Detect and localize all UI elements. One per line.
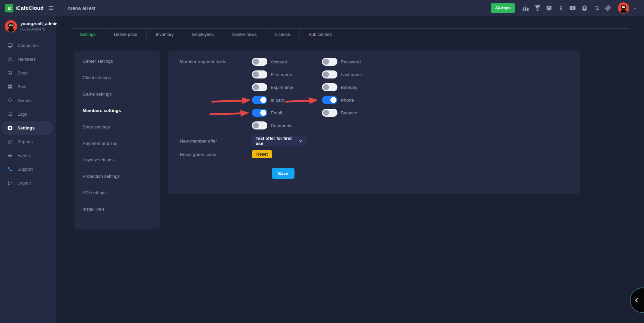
icafecloud-logo-icon: i2	[5, 4, 13, 12]
sidebar-user-avatar	[5, 20, 17, 33]
sidebar-item-support[interactable]: Support	[0, 162, 56, 176]
facebook-icon[interactable]	[556, 4, 565, 12]
submenu-loyalty-settings[interactable]: Loyalty settings	[74, 152, 160, 168]
email-toggle[interactable]	[252, 109, 267, 117]
submenu-label: Protection settings	[83, 174, 120, 179]
save-button[interactable]: Save	[272, 168, 294, 179]
sidebar-item-members[interactable]: Members	[0, 52, 56, 66]
ranking-icon[interactable]	[521, 4, 530, 12]
toggle-row-last-name: Last name	[322, 70, 362, 78]
toggle-row-expire-time: Expire time	[252, 83, 322, 91]
sidebar-item-label: Logs	[17, 112, 27, 117]
toggle-label: Last name	[341, 72, 362, 77]
page-title: Arena aiTest	[67, 5, 95, 11]
submenu-label: Loyalty settings	[83, 157, 114, 162]
sidebar-item-label: Games	[17, 98, 32, 103]
reset-button[interactable]: Reset	[252, 150, 272, 158]
tab-inventory[interactable]: Inventory	[147, 29, 183, 40]
license-days-badge[interactable]: 24 days	[491, 3, 515, 13]
submenu-api-settings[interactable]: API settings	[74, 184, 160, 201]
events-icon	[7, 153, 13, 158]
tab-sub-centers[interactable]: Sub centers	[300, 29, 341, 40]
balance-toggle[interactable]	[322, 109, 337, 117]
games-icon	[7, 98, 13, 103]
hamburger-menu-icon[interactable]	[48, 5, 54, 11]
submenu-label: Payment and Tax	[83, 141, 117, 146]
submenu-center-settings[interactable]: Center settings	[74, 53, 160, 69]
expire-time-toggle[interactable]	[252, 83, 267, 91]
chevron-down-icon[interactable]	[633, 6, 637, 10]
topbar: i2 iCafeCloud Arena aiTest 24 days	[0, 0, 644, 16]
sidebar-item-label: Reports	[17, 139, 33, 144]
topbar-right: 24 days	[491, 2, 644, 14]
sidebar-item-boot[interactable]: Boot	[0, 80, 56, 94]
reset-game-coins-label: Reset game coins	[180, 152, 252, 157]
tab-center-news[interactable]: Center news	[223, 29, 266, 40]
tab-settings[interactable]: Settings	[71, 29, 105, 40]
discord-icon[interactable]	[545, 4, 553, 12]
user-avatar[interactable]	[618, 2, 629, 14]
toggle-row-email: Email	[252, 109, 322, 117]
sidebar-item-label: Shop	[17, 70, 28, 75]
toggle-row-phone: Phone	[322, 96, 362, 104]
last-name-toggle[interactable]	[322, 70, 337, 78]
collapse-panel-button[interactable]	[630, 287, 644, 313]
sidebar-item-logs[interactable]: Logs	[0, 107, 56, 121]
icafecloud-mark-icon[interactable]	[592, 4, 600, 12]
submenu-shop-settings[interactable]: Shop settings	[74, 119, 160, 135]
youtube-icon[interactable]	[568, 4, 577, 12]
sidebar-item-events[interactable]: Events	[0, 149, 56, 162]
tab-label: Settings	[80, 32, 96, 37]
tab-label: Inventory	[156, 32, 173, 37]
tab-define-price[interactable]: Define price	[105, 29, 147, 40]
submenu-label: Game settings	[83, 92, 112, 97]
submenu-game-settings[interactable]: Game settings	[74, 86, 160, 102]
tab-license[interactable]: License	[266, 29, 300, 40]
sidebar-item-reports[interactable]: Reports	[0, 135, 56, 149]
first-name-toggle[interactable]	[252, 70, 267, 78]
submenu-label: API settings	[83, 190, 107, 195]
toggle-label: Email	[271, 110, 282, 115]
submenu-protection-settings[interactable]: Protection settings	[74, 168, 160, 184]
toggle-label: Comments	[271, 123, 292, 128]
sidebar-item-label: Settings	[17, 125, 35, 130]
account-toggle[interactable]	[252, 58, 267, 66]
settings-submenu: Center settings Client settings Game set…	[74, 51, 160, 229]
toggle-row-password: Password	[322, 58, 362, 66]
birthday-toggle[interactable]	[322, 83, 337, 91]
settings-icon	[7, 125, 13, 131]
submenu-client-settings[interactable]: Client settings	[74, 69, 160, 86]
toggle-label: Account	[271, 59, 287, 64]
submenu-members-settings[interactable]: Members settings	[74, 102, 160, 119]
toggle-label: Balance	[341, 110, 357, 115]
submenu-label: Center settings	[83, 59, 113, 64]
password-toggle[interactable]	[322, 58, 337, 66]
trophy-icon[interactable]	[533, 4, 542, 12]
shop-icon	[7, 70, 13, 76]
new-member-offer-label: New member offer	[180, 139, 252, 144]
phone-toggle[interactable]	[322, 96, 337, 104]
sidebar-item-logout[interactable]: Logout	[0, 176, 56, 190]
select-chevron-down-icon	[299, 139, 303, 143]
logout-icon	[7, 180, 13, 186]
comments-toggle[interactable]	[252, 121, 267, 129]
submenu-payment-and-tax[interactable]: Payment and Tax	[74, 135, 160, 152]
sidebar-item-computers[interactable]: Computers	[0, 39, 56, 52]
globe-icon[interactable]	[580, 4, 589, 12]
tab-employees[interactable]: Employees	[183, 29, 223, 40]
toggle-row-first-name: First name	[252, 70, 322, 78]
user-block[interactable]: youngzsoft_admin 005193482475	[0, 16, 56, 36]
sidebar-item-shop[interactable]: Shop	[0, 66, 56, 80]
tabs-bar: Settings Define price Inventory Employee…	[71, 29, 630, 40]
new-member-offer-select[interactable]: Test offer for first use	[252, 136, 306, 146]
submenu-install-links[interactable]: Install links	[74, 201, 160, 217]
sidebar-item-games[interactable]: Games	[0, 94, 56, 107]
member-required-fields-label: Member required fields	[180, 58, 252, 129]
id-card-toggle[interactable]	[252, 96, 267, 104]
sidebar-item-settings[interactable]: Settings	[1, 121, 54, 135]
sidebar: youngzsoft_admin 005193482475 Computers …	[0, 16, 56, 323]
sidebar-nav: Computers Members Shop Boot Games	[0, 39, 56, 190]
toggle-label: Password	[341, 59, 361, 64]
toggle-label: Id card	[271, 98, 284, 103]
layers-logo-icon[interactable]	[603, 4, 612, 12]
